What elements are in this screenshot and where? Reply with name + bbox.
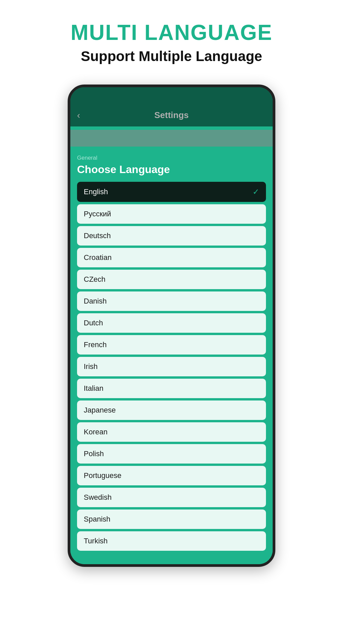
dimmed-area (70, 130, 273, 147)
language-name: Deutsch (84, 231, 111, 240)
language-item[interactable]: CZech (77, 270, 266, 289)
language-item[interactable]: French (77, 335, 266, 355)
phone-header: ‹ Settings (70, 104, 273, 126)
page-title: MULTI LANGUAGE (71, 20, 273, 45)
language-item[interactable]: Croatian (77, 248, 266, 267)
phone-frame: ‹ Settings General Choose Language Engli… (68, 85, 275, 567)
phone-body: General Choose Language English✓РусскийD… (70, 126, 273, 564)
choose-language-title: Choose Language (77, 163, 266, 176)
language-item[interactable]: Dutch (77, 313, 266, 333)
language-panel: General Choose Language English✓РусскийD… (70, 147, 273, 554)
language-item[interactable]: Korean (77, 422, 266, 442)
language-name: Korean (84, 428, 108, 436)
language-name: English (84, 187, 108, 196)
status-bar (70, 87, 273, 104)
language-item[interactable]: Deutsch (77, 226, 266, 246)
language-name: Croatian (84, 253, 112, 262)
language-name: Polish (84, 449, 104, 458)
language-item[interactable]: Danish (77, 291, 266, 311)
settings-title: Settings (154, 110, 189, 120)
language-list: English✓РусскийDeutschCroatianCZechDanis… (77, 182, 266, 551)
language-item[interactable]: Italian (77, 379, 266, 398)
back-button[interactable]: ‹ (77, 110, 80, 121)
language-item[interactable]: Irish (77, 357, 266, 376)
language-name: Italian (84, 384, 104, 393)
phone-bottom (70, 554, 273, 564)
language-item[interactable]: Portuguese (77, 466, 266, 485)
language-name: Danish (84, 297, 107, 306)
language-name: Portuguese (84, 471, 122, 480)
language-item[interactable]: Turkish (77, 531, 266, 551)
general-label: General (77, 155, 266, 161)
language-name: French (84, 340, 107, 349)
language-item[interactable]: Spanish (77, 509, 266, 529)
language-item[interactable]: Русский (77, 204, 266, 224)
language-name: CZech (84, 275, 106, 284)
language-name: Turkish (84, 537, 108, 545)
page-subtitle: Support Multiple Language (81, 48, 262, 64)
language-name: Dutch (84, 319, 103, 327)
language-name: Irish (84, 362, 98, 371)
language-name: Русский (84, 210, 111, 218)
language-item[interactable]: Japanese (77, 400, 266, 420)
language-item[interactable]: Swedish (77, 488, 266, 507)
check-icon: ✓ (253, 187, 259, 197)
language-name: Spanish (84, 515, 111, 524)
language-item[interactable]: Polish (77, 444, 266, 464)
language-item[interactable]: English✓ (77, 182, 266, 202)
language-name: Swedish (84, 493, 112, 502)
language-name: Japanese (84, 406, 116, 415)
